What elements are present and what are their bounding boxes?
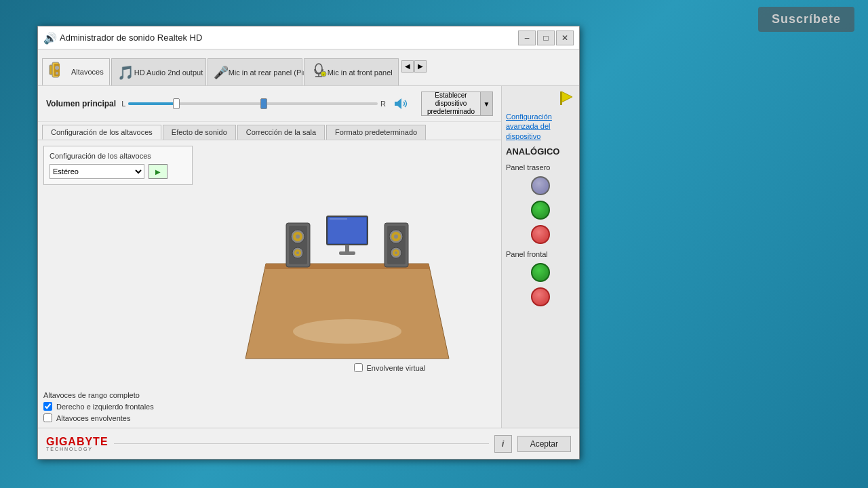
volume-r-label: R xyxy=(380,100,386,108)
speaker-stage: Envolvente virtual xyxy=(239,196,456,372)
set-default-button[interactable]: Establecerdispositivopredeterminado xyxy=(421,92,481,116)
main-window: 🔊 Administrador de sonido Realtek HD – □… xyxy=(37,26,580,460)
svg-marker-16 xyxy=(245,264,449,359)
svg-point-26 xyxy=(296,251,299,254)
checkbox-surround-input[interactable] xyxy=(43,413,52,422)
svg-rect-41 xyxy=(560,92,562,105)
svg-point-31 xyxy=(394,235,398,239)
rear-jacks xyxy=(506,174,575,246)
tab-mic-front[interactable]: ✓ Mic in at front panel xyxy=(304,58,399,85)
checkbox-front-input[interactable] xyxy=(43,402,52,411)
inner-tab-room[interactable]: Corrección de la sala xyxy=(237,125,325,140)
inner-tab-effect[interactable]: Efecto de sonido xyxy=(163,125,236,140)
jack-front-green[interactable] xyxy=(531,263,550,282)
window-footer: GIGABYTE TECHNOLOGY i Aceptar xyxy=(38,428,579,459)
right-panel: Configuración avanzada del dispositivo A… xyxy=(501,86,579,428)
virtual-surround-label: Envolvente virtual xyxy=(367,364,426,372)
inner-tabs: Configuración de los altavoces Efecto de… xyxy=(38,122,501,140)
gigabyte-logo: GIGABYTE xyxy=(46,436,108,447)
restore-button[interactable]: □ xyxy=(537,30,555,45)
close-button[interactable]: ✕ xyxy=(556,30,574,45)
rear-panel-label: Panel trasero xyxy=(506,163,575,171)
device-default-area: Establecerdispositivopredeterminado ▼ xyxy=(421,92,493,116)
speaker-config-area: Configuración de los altavoces Estéreo C… xyxy=(38,140,501,428)
tab-hd-label: HD Audio 2nd output xyxy=(134,68,203,77)
tab-nav-left[interactable]: ◀ xyxy=(401,60,414,73)
full-range-title: Altavoces de rango completo xyxy=(43,391,193,399)
inner-tab-config[interactable]: Configuración de los altavoces xyxy=(42,125,161,140)
jack-front-pink[interactable] xyxy=(531,287,550,306)
svg-rect-39 xyxy=(339,251,355,255)
footer-divider xyxy=(114,443,489,444)
analog-label: ANALÓGICO xyxy=(506,146,575,157)
volume-slider[interactable] xyxy=(128,102,378,105)
tab-mic-front-icon: ✓ xyxy=(310,62,328,83)
tab-mic-rear[interactable]: 🎤 Mic in at rear panel (Pink) xyxy=(208,58,302,85)
gigabyte-sub: TECHNOLOGY xyxy=(46,447,108,451)
inner-tab-format[interactable]: Formato predeterminado xyxy=(326,125,426,140)
speaker-type-group: Configuración de los altavoces Estéreo C… xyxy=(43,146,193,185)
tab-hd-icon: 🎵 xyxy=(117,64,134,81)
svg-marker-15 xyxy=(395,98,401,109)
tab-bar: Altavoces 🎵 HD Audio 2nd output 🎤 Mic in… xyxy=(38,49,579,86)
tab-altavoces[interactable]: Altavoces xyxy=(42,58,110,85)
gigabyte-brand: GIGABYTE TECHNOLOGY xyxy=(46,436,108,451)
svg-point-9 xyxy=(56,72,58,75)
svg-point-10 xyxy=(315,64,322,73)
window-title: Administrador de sonido Realtek HD xyxy=(60,33,518,43)
title-bar-buttons: – □ ✕ xyxy=(518,30,574,45)
tab-mic-front-label: Mic in at front panel xyxy=(328,68,393,77)
virtual-surround-checkbox[interactable] xyxy=(354,363,363,372)
virtual-surround-row: Envolvente virtual xyxy=(354,363,426,372)
svg-point-8 xyxy=(55,66,59,70)
set-default-dropdown[interactable]: ▼ xyxy=(481,92,493,116)
minimize-button[interactable]: – xyxy=(518,30,536,45)
volume-slider-area: L R xyxy=(121,100,386,108)
tab-altavoces-label: Altavoces xyxy=(71,68,104,76)
tab-hd-audio[interactable]: 🎵 HD Audio 2nd output xyxy=(111,58,206,85)
subscribe-button[interactable]: Suscríbete xyxy=(758,7,854,32)
jack-rear-blue[interactable] xyxy=(531,176,550,195)
svg-point-17 xyxy=(293,319,401,344)
ok-button[interactable]: Aceptar xyxy=(517,436,571,452)
checkbox-front-speakers[interactable]: Derecho e izquierdo frontales xyxy=(43,402,193,411)
speaker-visual-area: Envolvente virtual xyxy=(198,146,496,422)
tab-nav-right[interactable]: ▶ xyxy=(414,60,427,73)
jack-rear-green[interactable] xyxy=(531,201,550,220)
volume-label: Volumen principal xyxy=(46,99,116,108)
checkbox-front-label: Derecho e izquierdo frontales xyxy=(56,403,154,411)
jack-rear-pink[interactable] xyxy=(531,225,550,244)
front-panel-label: Panel frontal xyxy=(506,250,575,258)
spacer xyxy=(43,190,193,386)
title-bar: 🔊 Administrador de sonido Realtek HD – □… xyxy=(38,26,579,49)
window-icon: 🔊 xyxy=(43,32,56,44)
speaker-type-select[interactable]: Estéreo Cuadrafónico 5.1 7.1 xyxy=(50,164,144,179)
tab-mic-rear-label: Mic in at rear panel (Pink) xyxy=(229,68,313,77)
main-content: Volumen principal L R xyxy=(38,86,579,428)
config-left-panel: Configuración de los altavoces Estéreo C… xyxy=(43,146,193,422)
full-range-section: Altavoces de rango completo Derecho e iz… xyxy=(43,391,193,422)
front-jacks xyxy=(506,261,575,308)
volume-l-label: L xyxy=(121,100,125,108)
svg-rect-36 xyxy=(328,218,366,243)
advanced-config-link[interactable]: Configuración avanzada del dispositivo xyxy=(506,112,575,141)
speaker-mute-button[interactable] xyxy=(391,94,410,113)
play-test-button[interactable]: ▶ xyxy=(149,164,167,179)
info-button[interactable]: i xyxy=(494,435,512,453)
speaker-type-title: Configuración de los altavoces xyxy=(50,152,186,160)
flag-icon xyxy=(506,90,575,109)
tab-altavoces-icon xyxy=(48,60,68,84)
svg-text:✓: ✓ xyxy=(322,73,325,77)
svg-point-23 xyxy=(296,235,300,239)
svg-marker-40 xyxy=(561,92,572,102)
tab-mic-rear-icon: 🎤 xyxy=(214,65,229,80)
speaker-select-row: Estéreo Cuadrafónico 5.1 7.1 ▶ xyxy=(50,164,186,179)
left-panel: Volumen principal L R xyxy=(38,86,501,428)
volume-section: Volumen principal L R xyxy=(38,86,501,122)
checkbox-surround-label: Altavoces envolventes xyxy=(56,414,130,422)
checkbox-surround-speakers[interactable]: Altavoces envolventes xyxy=(43,413,193,422)
set-default-label: Establecerdispositivopredeterminado xyxy=(427,92,475,116)
svg-point-34 xyxy=(395,251,397,254)
